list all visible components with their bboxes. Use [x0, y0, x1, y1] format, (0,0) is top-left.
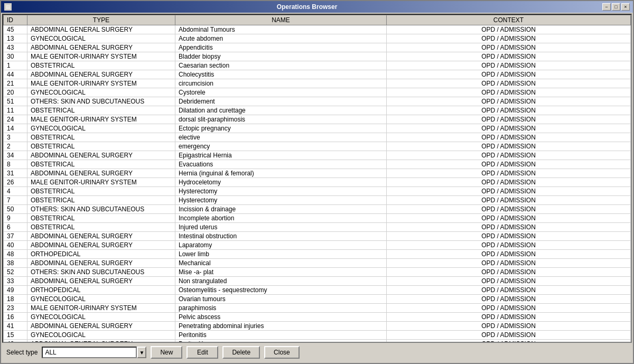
cell-id: 15	[4, 331, 27, 340]
table-row[interactable]: 15GYNECOLOGICALPeritonitisOPD / ADMISSIO…	[4, 331, 631, 340]
col-header-id[interactable]: ID	[4, 15, 27, 25]
table-row[interactable]: 43ABDOMINAL GENERAL SURGERYAppendicitisO…	[4, 43, 631, 52]
cell-id: 49	[4, 286, 27, 295]
table-row[interactable]: 37ABDOMINAL GENERAL SURGERYIntestinal ob…	[4, 232, 631, 241]
table-row[interactable]: 8OBSTETRICALEvacuationsOPD / ADMISSION	[4, 160, 631, 169]
col-header-type[interactable]: TYPE	[27, 15, 175, 25]
cell-context: OPD / ADMISSION	[387, 79, 631, 88]
close-window-button[interactable]: ×	[621, 3, 630, 11]
table-row[interactable]: 21MALE GENITOR-URINARY SYSTEMcircumcisio…	[4, 79, 631, 88]
close-button[interactable]: Close	[264, 346, 300, 359]
cell-id: 8	[4, 160, 27, 169]
table-row[interactable]: 14GYNECOLOGICALEctopic pregnancyOPD / AD…	[4, 124, 631, 133]
cell-context: OPD / ADMISSION	[387, 187, 631, 196]
table-row[interactable]: 16GYNECOLOGICALPelvic abscessOPD / ADMIS…	[4, 313, 631, 322]
table-row[interactable]: 45ABDOMINAL GENERAL SURGERYAbdominal Tum…	[4, 25, 631, 34]
table-row[interactable]: 9OBSTETRICALIncomplete abortionOPD / ADM…	[4, 214, 631, 223]
cell-id: 1	[4, 61, 27, 70]
cell-id: 6	[4, 223, 27, 232]
table-row[interactable]: 20GYNECOLOGICALCystoreleOPD / ADMISSION	[4, 88, 631, 97]
table-row[interactable]: 48ORTHOPEDICALLower limbOPD / ADMISSION	[4, 250, 631, 259]
cell-context: OPD / ADMISSION	[387, 115, 631, 124]
cell-name: Incission & drainage	[175, 205, 387, 214]
cell-name: Intestinal obstruction	[175, 232, 387, 241]
table-row[interactable]: 50OTHERS: SKIN AND SUBCUTANEOUSIncission…	[4, 205, 631, 214]
table-row[interactable]: 7OBSTETRICALHysterectomyOPD / ADMISSION	[4, 196, 631, 205]
cell-name: Osteomyelitis - sequestrectomy	[175, 286, 387, 295]
table-row[interactable]: 23MALE GENITOR-URINARY SYSTEMparaphimosi…	[4, 304, 631, 313]
cell-context: OPD / ADMISSION	[387, 25, 631, 34]
table-row[interactable]: 49ORTHOPEDICALOsteomyelitis - sequestrec…	[4, 286, 631, 295]
cell-id: 3	[4, 133, 27, 142]
table-row[interactable]: 13GYNECOLOGICALAcute abdomenOPD / ADMISS…	[4, 34, 631, 43]
cell-type: GYNECOLOGICAL	[27, 88, 175, 97]
cell-id: 26	[4, 178, 27, 187]
title-bar: ▤ Operations Browser − □ ×	[1, 1, 633, 13]
cell-name: Caesarian section	[175, 61, 387, 70]
table-row[interactable]: 34ABDOMINAL GENERAL SURGERYEpigastrical …	[4, 151, 631, 160]
table-container[interactable]: ID TYPE NAME CONTEXT 45ABDOMINAL GENERAL…	[2, 14, 632, 343]
cell-context: OPD / ADMISSION	[387, 277, 631, 286]
table-row[interactable]: 30MALE GENITOR-URINARY SYSTEMBladder bio…	[4, 52, 631, 61]
cell-name: paraphimosis	[175, 304, 387, 313]
cell-context: OPD / ADMISSION	[387, 295, 631, 304]
delete-button[interactable]: Delete	[222, 346, 260, 359]
table-row[interactable]: 51OTHERS: SKIN AND SUBCUTANEOUSDebrideme…	[4, 97, 631, 106]
maximize-button[interactable]: □	[612, 3, 620, 11]
cell-type: ABDOMINAL GENERAL SURGERY	[27, 322, 175, 331]
cell-type: ABDOMINAL GENERAL SURGERY	[27, 259, 175, 268]
table-row[interactable]: 6OBSTETRICALInjured uterusOPD / ADMISSIO…	[4, 223, 631, 232]
table-row[interactable]: 52OTHERS: SKIN AND SUBCUTANEOUSMise -a- …	[4, 268, 631, 277]
cell-context: OPD / ADMISSION	[387, 223, 631, 232]
select-type-label: Select type	[6, 349, 38, 356]
cell-name: Hysterectomy	[175, 196, 387, 205]
col-header-name[interactable]: NAME	[175, 15, 387, 25]
table-row[interactable]: 18GYNECOLOGICALOvarian tumoursOPD / ADMI…	[4, 295, 631, 304]
cell-id: 7	[4, 196, 27, 205]
cell-name: Bladder biopsy	[175, 52, 387, 61]
table-row[interactable]: 4OBSTETRICALHysterectomyOPD / ADMISSION	[4, 187, 631, 196]
table-row[interactable]: 38ABDOMINAL GENERAL SURGERYMechanicalOPD…	[4, 259, 631, 268]
footer: Select type ▼ New Edit Delete Close	[2, 343, 632, 362]
cell-name: Penetrating abdominal injuries	[175, 322, 387, 331]
cell-type: OBSTETRICAL	[27, 196, 175, 205]
cell-id: 11	[4, 106, 27, 115]
cell-name: Peritonitis	[175, 331, 387, 340]
cell-type: OBSTETRICAL	[27, 142, 175, 151]
cell-context: OPD / ADMISSION	[387, 160, 631, 169]
table-row[interactable]: 11OBSTETRICALDilatation and curettageOPD…	[4, 106, 631, 115]
cell-name: Mechanical	[175, 259, 387, 268]
cell-name: Epigastrical Hernia	[175, 151, 387, 160]
table-row[interactable]: 33ABDOMINAL GENERAL SURGERYNon strangula…	[4, 277, 631, 286]
table-row[interactable]: 26MALE GENITOR-URINARY SYSTEMHydroceleto…	[4, 178, 631, 187]
cell-id: 51	[4, 97, 27, 106]
cell-context: OPD / ADMISSION	[387, 106, 631, 115]
cell-type: OBSTETRICAL	[27, 223, 175, 232]
cell-name: Cystorele	[175, 88, 387, 97]
table-row[interactable]: 2OBSTETRICALemergencyOPD / ADMISSION	[4, 142, 631, 151]
table-row[interactable]: 24MALE GENITOR-URINARY SYSTEMdorsal slit…	[4, 115, 631, 124]
table-row[interactable]: 1OBSTETRICALCaesarian sectionOPD / ADMIS…	[4, 61, 631, 70]
cell-name: Abdominal Tumours	[175, 25, 387, 34]
cell-type: OBSTETRICAL	[27, 106, 175, 115]
cell-context: OPD / ADMISSION	[387, 268, 631, 277]
minimize-button[interactable]: −	[602, 3, 611, 11]
cell-context: OPD / ADMISSION	[387, 304, 631, 313]
new-button[interactable]: New	[151, 346, 182, 359]
cell-name: elective	[175, 133, 387, 142]
col-header-context[interactable]: CONTEXT	[387, 15, 631, 25]
table-row[interactable]: 40ABDOMINAL GENERAL SURGERYLaparatomyOPD…	[4, 241, 631, 250]
table-row[interactable]: 31ABDOMINAL GENERAL SURGERYHernia (ingui…	[4, 169, 631, 178]
select-type-input[interactable]	[42, 347, 137, 358]
cell-type: ABDOMINAL GENERAL SURGERY	[27, 70, 175, 79]
cell-type: ABDOMINAL GENERAL SURGERY	[27, 277, 175, 286]
cell-id: 13	[4, 34, 27, 43]
table-row[interactable]: 41ABDOMINAL GENERAL SURGERYPenetrating a…	[4, 322, 631, 331]
table-row[interactable]: 44ABDOMINAL GENERAL SURGERYCholecystitis…	[4, 70, 631, 79]
cell-context: OPD / ADMISSION	[387, 232, 631, 241]
select-type-dropdown-button[interactable]: ▼	[137, 347, 146, 358]
edit-button[interactable]: Edit	[187, 346, 218, 359]
table-row[interactable]: 3OBSTETRICALelectiveOPD / ADMISSION	[4, 133, 631, 142]
cell-context: OPD / ADMISSION	[387, 151, 631, 160]
cell-context: OPD / ADMISSION	[387, 250, 631, 259]
